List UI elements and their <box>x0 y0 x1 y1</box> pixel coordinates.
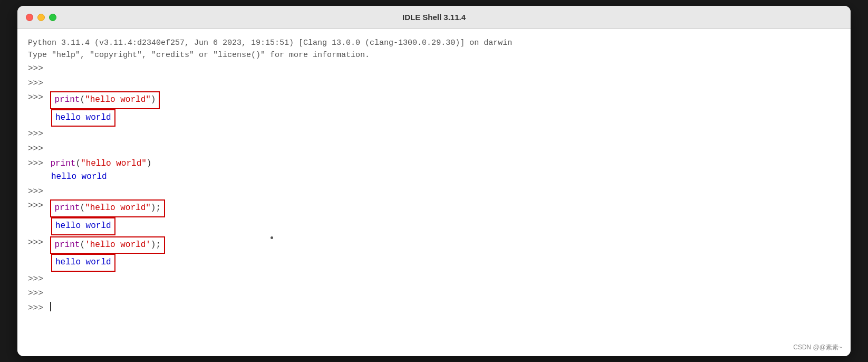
prompt-line: >>> <box>28 185 840 199</box>
prompt-line: >>> <box>28 77 840 91</box>
output-text: hello world <box>51 170 107 184</box>
traffic-lights <box>26 14 56 21</box>
code-keyword: print <box>54 95 80 104</box>
output-line-8: hello world <box>28 217 840 235</box>
prompt-symbol: >>> <box>28 77 43 91</box>
prompt-symbol: >>> <box>28 128 43 141</box>
prompt-line-9: >>> print('hello world'); <box>28 236 840 254</box>
prompt-symbol: >>> <box>28 62 43 76</box>
prompt-line: >>> <box>28 142 840 156</box>
output-line-6: hello world <box>28 170 840 184</box>
shell-content[interactable]: Python 3.11.4 (v3.11.4:d2340ef257, Jun 6… <box>17 29 851 356</box>
code-keyword: print <box>54 203 80 213</box>
prompt-line: >>> <box>28 128 840 141</box>
text-cursor <box>50 302 51 311</box>
prompt-line: >>> <box>28 273 840 287</box>
close-button[interactable] <box>26 14 33 21</box>
code-string: "hello world" <box>85 95 151 104</box>
prompt-symbol: >>> <box>28 199 48 213</box>
prompt-symbol: >>> <box>28 157 48 171</box>
code-string: "hello world" <box>81 159 147 168</box>
prompt-line-3: >>> print("hello world") <box>28 91 840 109</box>
output-line-3: hello world <box>28 109 840 127</box>
code-block-boxed-3: print('hello world'); <box>50 236 165 254</box>
output-text: hello world <box>51 109 115 127</box>
dot-indicator <box>271 236 273 239</box>
python-info-line1: Python 3.11.4 (v3.11.4:d2340ef257, Jun 6… <box>28 37 840 50</box>
prompt-line: >>> <box>28 287 840 301</box>
code-keyword: print <box>50 159 75 168</box>
code-string: 'hello world' <box>85 240 151 250</box>
prompt-symbol: >>> <box>28 302 48 316</box>
watermark: CSDN @@素素~ <box>793 343 842 352</box>
prompt-symbol: >>> <box>28 185 43 199</box>
maximize-button[interactable] <box>49 14 56 21</box>
prompt-line-8: >>> print("hello world"); <box>28 199 840 217</box>
code-block-plain: print("hello world") <box>50 157 151 171</box>
code-block-boxed: print("hello world") <box>50 91 160 109</box>
code-keyword: print <box>54 240 80 250</box>
code-string: "hello world" <box>85 203 151 213</box>
prompt-symbol: >>> <box>28 91 48 105</box>
prompt-symbol: >>> <box>28 142 43 156</box>
idle-shell-window: IDLE Shell 3.11.4 Python 3.11.4 (v3.11.4… <box>17 6 851 356</box>
prompt-symbol: >>> <box>28 273 43 287</box>
output-text: hello world <box>51 217 115 235</box>
minimize-button[interactable] <box>37 14 45 21</box>
window-title: IDLE Shell 3.11.4 <box>402 13 466 22</box>
prompt-line-cursor[interactable]: >>> <box>28 302 840 316</box>
code-block-boxed-2: print("hello world"); <box>50 199 165 217</box>
prompt-line: >>> <box>28 62 840 76</box>
titlebar: IDLE Shell 3.11.4 <box>17 6 851 29</box>
python-info-line2: Type "help", "copyright", "credits" or "… <box>28 50 840 62</box>
prompt-symbol: >>> <box>28 236 48 250</box>
prompt-line-6: >>> print("hello world") <box>28 157 840 171</box>
prompt-symbol: >>> <box>28 287 43 301</box>
output-line-9: hello world <box>28 254 840 272</box>
output-text: hello world <box>51 254 115 272</box>
